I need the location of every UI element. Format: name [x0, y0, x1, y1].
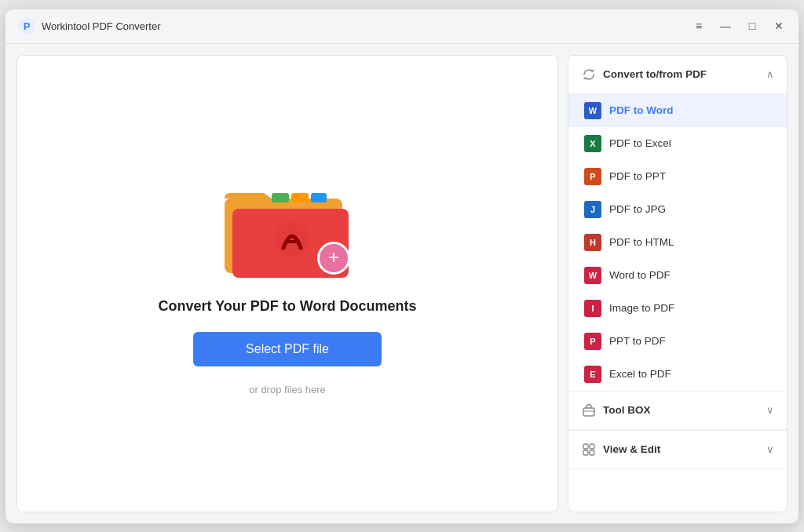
- plus-icon: +: [328, 248, 339, 267]
- svg-point-7: [275, 222, 309, 257]
- window-controls: ≡ — □ ✕: [692, 19, 786, 33]
- sidebar-item-pdf-to-ppt[interactable]: P PDF to PPT: [568, 160, 787, 193]
- viewedit-section-label: View & Edit: [603, 443, 660, 455]
- menu-item-label-ppt-to-pdf: PPT to PDF: [609, 335, 666, 347]
- sidebar-item-pdf-to-excel[interactable]: X PDF to Excel: [568, 127, 787, 160]
- menu-item-label-image-to-pdf: Image to PDF: [609, 302, 674, 314]
- menu-button[interactable]: ≡: [692, 19, 706, 33]
- app-window: P Workintool PDF Converter ≡ — □ ✕: [5, 9, 799, 523]
- sidebar-item-pdf-to-word[interactable]: W PDF to Word: [568, 94, 787, 127]
- menu-item-label-excel-to-pdf: Excel to PDF: [609, 368, 671, 380]
- viewedit-section-icon: [581, 442, 597, 457]
- convert-section-label: Convert to/from PDF: [603, 68, 707, 80]
- menu-item-icon-word-to-pdf: W: [584, 267, 601, 284]
- main-layout: + Convert Your PDF to Word Documents Sel…: [5, 44, 799, 523]
- toolbox-section-icon: [581, 403, 597, 418]
- svg-rect-5: [291, 193, 309, 202]
- close-button[interactable]: ✕: [772, 19, 786, 33]
- menu-item-label-pdf-to-ppt: PDF to PPT: [609, 170, 666, 182]
- menu-item-icon-pdf-to-word: W: [584, 102, 601, 119]
- svg-rect-10: [583, 444, 588, 449]
- svg-rect-6: [311, 193, 327, 202]
- menu-item-icon-pdf-to-jpg: J: [584, 201, 601, 218]
- sidebar-item-pdf-to-html[interactable]: H PDF to HTML: [568, 226, 787, 259]
- title-bar: P Workintool PDF Converter ≡ — □ ✕: [5, 9, 799, 44]
- svg-rect-12: [583, 450, 588, 455]
- maximize-button[interactable]: □: [745, 19, 759, 33]
- drop-hint: or drop files here: [249, 384, 326, 395]
- plus-badge: +: [317, 242, 350, 275]
- menu-item-icon-excel-to-pdf: E: [584, 366, 601, 383]
- menu-item-label-pdf-to-word: PDF to Word: [609, 104, 674, 116]
- app-logo: P: [18, 17, 35, 35]
- svg-rect-8: [583, 408, 594, 416]
- folder-illustration-wrapper: +: [217, 171, 358, 281]
- svg-rect-4: [272, 193, 289, 202]
- viewedit-section-header[interactable]: View & Edit ∨: [568, 430, 787, 469]
- sidebar-item-image-to-pdf[interactable]: I Image to PDF: [568, 292, 787, 325]
- sidebar: Convert to/from PDF ∧ W PDF to Word X PD…: [568, 55, 788, 512]
- menu-item-label-pdf-to-html: PDF to HTML: [609, 236, 674, 248]
- menu-item-label-pdf-to-jpg: PDF to JPG: [609, 203, 666, 215]
- select-pdf-button[interactable]: Select PDF file: [193, 332, 382, 366]
- menu-item-icon-image-to-pdf: I: [584, 300, 601, 317]
- menu-item-icon-ppt-to-pdf: P: [584, 333, 601, 350]
- svg-text:P: P: [24, 20, 31, 32]
- svg-rect-13: [590, 450, 594, 455]
- sidebar-item-pdf-to-jpg[interactable]: J PDF to JPG: [568, 193, 787, 226]
- sidebar-item-word-to-pdf[interactable]: W Word to PDF: [568, 259, 787, 292]
- menu-item-icon-pdf-to-excel: X: [584, 135, 601, 152]
- drop-zone: + Convert Your PDF to Word Documents Sel…: [158, 171, 416, 395]
- minimize-button[interactable]: —: [718, 19, 733, 33]
- viewedit-chevron: ∨: [766, 443, 774, 455]
- sidebar-item-excel-to-pdf[interactable]: E Excel to PDF: [568, 358, 787, 391]
- convert-items-list: W PDF to Word X PDF to Excel P PDF to PP…: [568, 94, 787, 391]
- convert-section-header[interactable]: Convert to/from PDF ∧: [568, 56, 787, 94]
- menu-item-label-word-to-pdf: Word to PDF: [609, 269, 671, 281]
- toolbox-section-header[interactable]: Tool BOX ∨: [568, 391, 787, 430]
- convert-section-icon: [581, 67, 597, 82]
- svg-rect-11: [590, 444, 594, 449]
- content-area: + Convert Your PDF to Word Documents Sel…: [16, 55, 558, 512]
- toolbox-section-label: Tool BOX: [603, 404, 651, 416]
- menu-item-icon-pdf-to-html: H: [584, 234, 601, 251]
- toolbox-chevron: ∨: [766, 404, 774, 416]
- menu-item-label-pdf-to-excel: PDF to Excel: [609, 137, 671, 149]
- convert-chevron: ∧: [766, 68, 774, 80]
- menu-item-icon-pdf-to-ppt: P: [584, 168, 601, 185]
- sidebar-item-ppt-to-pdf[interactable]: P PPT to PDF: [568, 325, 787, 358]
- drop-title: Convert Your PDF to Word Documents: [158, 298, 416, 315]
- app-title: Workintool PDF Converter: [42, 20, 692, 32]
